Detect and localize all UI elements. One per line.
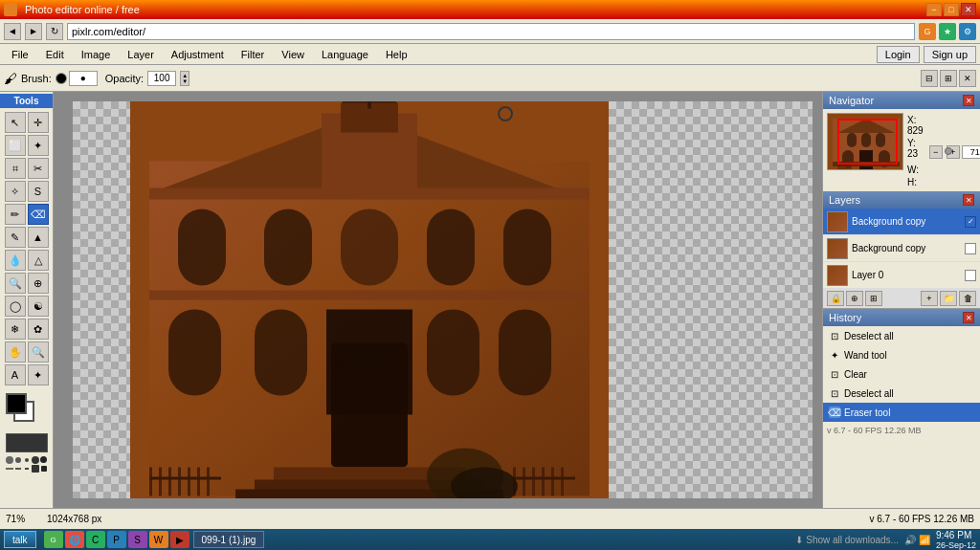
tool-hand[interactable]: ✋ <box>5 341 26 363</box>
tool-eyedrop[interactable]: ⊕ <box>28 273 49 294</box>
tool-shape[interactable]: △ <box>28 250 49 271</box>
forward-button[interactable]: ► <box>25 23 42 40</box>
tool-gradient[interactable]: 💧 <box>5 250 26 271</box>
layers-blend-btn[interactable]: ⊕ <box>846 291 863 306</box>
layers-delete-btn[interactable]: 🗑 <box>959 291 976 306</box>
layers-lock-btn[interactable]: 🔒 <box>827 291 844 306</box>
menu-bar: File Edit Image Layer Adjustment Filter … <box>0 44 980 65</box>
tool-spot-heal[interactable]: ✧ <box>5 181 26 202</box>
layers-merge-btn[interactable]: ⊞ <box>865 291 882 306</box>
opacity-value[interactable]: 100 <box>147 71 176 86</box>
tool-slice[interactable]: ✂ <box>28 158 49 179</box>
layer-row-2[interactable]: Background copy <box>823 235 980 262</box>
file-tab[interactable]: 099-1 (1).jpg <box>193 531 265 548</box>
taskbar-right: ⬇ Show all downloads... 🔊 📶 9:46 PM 26-S… <box>795 530 976 550</box>
history-close[interactable]: ✕ <box>963 312 974 323</box>
layer-row-3[interactable]: Layer 0 <box>823 262 980 289</box>
taskbar-icon-7[interactable]: ▶ <box>170 531 189 548</box>
x-value: 829 <box>907 125 924 136</box>
layer-visible-2[interactable] <box>965 243 976 254</box>
tool-sharpen[interactable]: ✿ <box>28 319 49 340</box>
maximize-button[interactable]: □ <box>944 3 959 16</box>
color-picker[interactable] <box>6 393 48 428</box>
menu-help[interactable]: Help <box>378 47 415 62</box>
tool-pencil[interactable]: ✎ <box>5 227 26 248</box>
history-item-5[interactable]: ⌫ Eraser tool <box>823 403 980 422</box>
tool-zoom[interactable]: 🔍 <box>5 273 26 294</box>
menu-adjustment[interactable]: Adjustment <box>164 47 232 62</box>
canvas-area[interactable] <box>54 92 822 508</box>
tool-dodge[interactable]: ◯ <box>5 296 26 317</box>
menu-view[interactable]: View <box>274 47 312 62</box>
taskbar-icon-6[interactable]: W <box>149 531 168 548</box>
taskbar-icon-3[interactable]: C <box>86 531 105 548</box>
minimize-button[interactable]: − <box>926 3 942 16</box>
panel-ctrl-3[interactable]: ✕ <box>959 70 976 87</box>
menu-file[interactable]: File <box>4 47 36 62</box>
layers-close[interactable]: ✕ <box>963 194 974 206</box>
tool-wand[interactable]: ✦ <box>28 135 49 156</box>
panel-ctrl-1[interactable]: ⊟ <box>921 70 938 87</box>
tool-eraser[interactable]: ⌫ <box>28 204 49 225</box>
svg-rect-32 <box>523 468 525 496</box>
opacity-label: Opacity: <box>105 73 144 84</box>
taskbar-icon-4[interactable]: P <box>107 531 126 548</box>
zoom-percentage: 71% <box>6 514 25 524</box>
login-button[interactable]: Login <box>877 46 920 63</box>
layer-row-1[interactable]: Background copy ✓ <box>823 209 980 235</box>
back-button[interactable]: ◄ <box>4 23 21 40</box>
tool-move[interactable]: ✛ <box>28 112 49 133</box>
fg-color-swatch[interactable] <box>6 393 27 414</box>
y-value: 23 <box>907 148 918 159</box>
tool-smudge[interactable]: ☯ <box>28 296 49 317</box>
history-item-2[interactable]: ✦ Wand tool <box>823 345 980 364</box>
navigator-close[interactable]: ✕ <box>963 95 974 106</box>
layers-folder-btn[interactable]: 📁 <box>940 291 957 306</box>
menu-image[interactable]: Image <box>74 47 119 62</box>
history-label-1: Deselect all <box>844 331 894 341</box>
brush-size-value[interactable]: ● <box>69 71 98 86</box>
taskbar-icon-5[interactable]: S <box>128 531 147 548</box>
tool-lasso[interactable]: ⬜ <box>5 135 26 156</box>
svg-rect-12 <box>427 209 475 286</box>
download-info[interactable]: ⬇ Show all downloads... <box>795 535 899 545</box>
app-toolbar: 🖌 Brush: ● Opacity: 100 ▲ ▼ ⊟ ⊞ ✕ <box>0 65 980 92</box>
tool-blur[interactable]: ❄ <box>5 319 26 340</box>
history-item-4[interactable]: ⊡ Deselect all <box>823 384 980 403</box>
history-item-3[interactable]: ⊡ Clear <box>823 364 980 384</box>
tool-text[interactable]: A <box>5 364 26 385</box>
history-item-1[interactable]: ⊡ Deselect all <box>823 326 980 345</box>
tool-fill[interactable]: ▲ <box>28 227 49 248</box>
building-svg <box>130 101 609 498</box>
signup-button[interactable]: Sign up <box>924 46 976 63</box>
zoom-suffix: % <box>16 514 25 524</box>
svg-rect-15 <box>168 310 221 396</box>
tool-brush[interactable]: ✏ <box>5 204 26 225</box>
layers-add-btn[interactable]: + <box>921 291 938 306</box>
history-label-2: Wand tool <box>844 350 887 361</box>
taskbar-icon-1[interactable]: G <box>44 531 63 548</box>
tool-crop[interactable]: ⌗ <box>5 158 26 179</box>
version-text: v 6.7 - 60 FPS 12.26 MB <box>827 426 922 435</box>
panel-ctrl-2[interactable]: ⊞ <box>940 70 957 87</box>
menu-layer[interactable]: Layer <box>120 47 162 62</box>
tool-clone[interactable]: S <box>28 181 49 202</box>
tool-select[interactable]: ↖ <box>5 112 26 133</box>
start-button[interactable]: talk <box>4 531 36 548</box>
layer-visible-1[interactable]: ✓ <box>965 216 976 228</box>
zoom-out-button[interactable]: − <box>929 145 943 159</box>
tool-zoom2[interactable]: 🔍 <box>28 341 49 363</box>
refresh-button[interactable]: ↻ <box>46 23 63 40</box>
tool-path[interactable]: ✦ <box>28 364 49 385</box>
taskbar-icon-2[interactable]: 🌐 <box>65 531 84 548</box>
svg-rect-34 <box>542 468 545 496</box>
menu-filter[interactable]: Filter <box>234 47 272 62</box>
menu-language[interactable]: Language <box>314 47 376 62</box>
layer-visible-3[interactable] <box>965 270 976 281</box>
close-button[interactable]: ✕ <box>961 3 976 16</box>
quick-mask[interactable] <box>6 433 48 452</box>
canvas-image[interactable] <box>130 101 609 498</box>
h-label: H: <box>907 177 917 187</box>
menu-edit[interactable]: Edit <box>38 47 72 62</box>
url-input[interactable]: pixlr.com/editor/ <box>67 23 915 40</box>
